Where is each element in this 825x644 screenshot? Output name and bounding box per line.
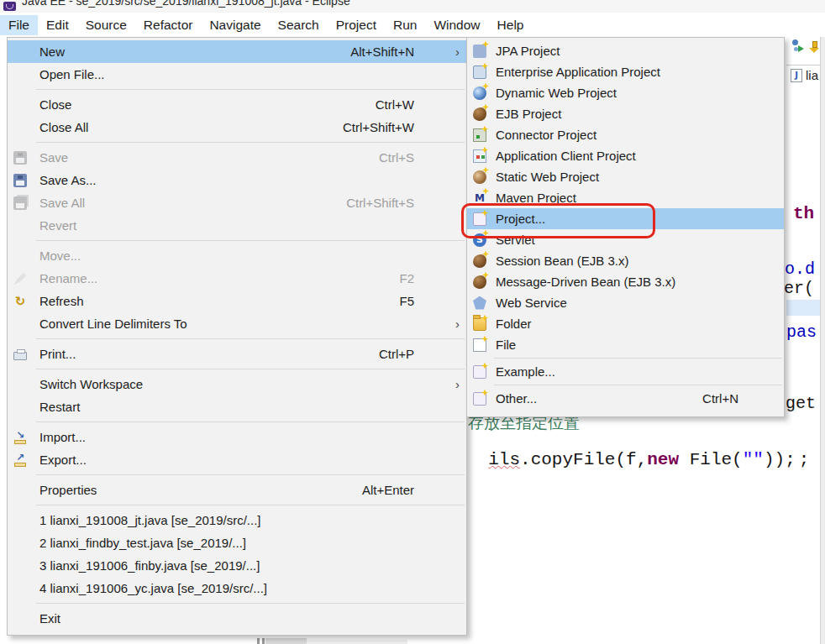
servlet-icon: S <box>473 233 486 247</box>
menu-separator <box>36 142 465 143</box>
submenu-item-label: File <box>496 338 738 352</box>
submenu-item-label: Project... <box>496 212 738 226</box>
submenu-item-static-web-project[interactable]: Static Web Project <box>467 166 784 187</box>
menu-item-refresh[interactable]: ↻ Refresh F5 <box>8 290 466 312</box>
code-fragment-od: o.d <box>785 259 815 279</box>
menu-item-close-all[interactable]: Close All Ctrl+Shift+W <box>8 116 466 139</box>
submenu-item-label: Web Service <box>496 296 738 310</box>
menubar-item-edit[interactable]: Edit <box>38 15 77 35</box>
submenu-item-file[interactable]: File <box>467 334 784 355</box>
menubar-item-file[interactable]: File <box>0 15 38 35</box>
menu-item-move: Move... <box>8 244 466 267</box>
menu-item-shortcut: F2 <box>399 271 414 285</box>
editor-scrollbar-strip[interactable] <box>820 37 825 644</box>
menubar-item-run[interactable]: Run <box>385 15 425 35</box>
submenu-item-connector-project[interactable]: Connector Project <box>467 124 784 145</box>
maven-icon: M <box>473 191 486 205</box>
menu-item-recent-file-1[interactable]: 1 lianxi_191008_jt.java [se_2019/src/...… <box>8 509 466 531</box>
menu-item-export[interactable]: ↗ Export... <box>8 448 466 471</box>
java-file-icon: J <box>791 69 802 82</box>
menu-item-properties[interactable]: Properties Alt+Enter <box>8 479 466 501</box>
submenu-item-ejb-project[interactable]: EJB Project <box>467 103 784 124</box>
printer-icon <box>13 352 27 360</box>
submenu-item-dynamic-web-project[interactable]: Dynamic Web Project <box>467 82 784 103</box>
code-editor-line[interactable]: ils.copyFile(f,new File("")); <box>467 431 796 469</box>
menu-item-recent-file-3[interactable]: 3 lianxi_191006_finby.java [se_2019/...] <box>8 554 466 577</box>
example-icon <box>473 365 486 379</box>
menubar-item-navigate[interactable]: Navigate <box>201 15 269 35</box>
menubar-item-search[interactable]: Search <box>270 15 328 35</box>
submenu-item-maven-project[interactable]: M Maven Project <box>467 187 784 208</box>
submenu-item-folder[interactable]: Folder <box>467 313 784 334</box>
title-bar: Java EE - se_2019/src/se_2019/lianxi_191… <box>0 0 825 13</box>
submenu-item-project[interactable]: Project... <box>467 208 784 229</box>
person-green-arrow-icon[interactable] <box>791 39 804 53</box>
menubar-item-source[interactable]: Source <box>77 15 135 35</box>
new-submenu: JPA Project Enterprise Application Proje… <box>466 37 785 417</box>
menubar-item-help[interactable]: Help <box>489 15 533 35</box>
submenu-item-other[interactable]: Other... Ctrl+N <box>467 388 784 409</box>
menu-item-exit[interactable]: Exit <box>8 607 466 630</box>
menu-item-open-file[interactable]: Open File... <box>8 63 466 86</box>
menu-item-label: 1 lianxi_191008_jt.java [se_2019/src/...… <box>39 513 414 527</box>
menu-item-save-as[interactable]: Save As... <box>8 169 466 191</box>
menu-item-label: Save All <box>39 196 346 210</box>
submenu-item-label: Other... <box>496 391 702 406</box>
menu-item-label: Import... <box>39 430 414 444</box>
app-client-icon <box>473 149 486 163</box>
panel-edge-fragment <box>265 638 307 644</box>
menu-item-label: Save <box>39 150 379 165</box>
menu-item-label: Save As... <box>39 173 414 187</box>
menubar-item-project[interactable]: Project <box>328 15 385 35</box>
menu-item-print[interactable]: Print... Ctrl+P <box>8 343 466 365</box>
submenu-item-label: Folder <box>496 317 738 331</box>
submenu-item-application-client-project[interactable]: Application Client Project <box>467 145 784 166</box>
menu-item-save: Save Ctrl+S <box>8 146 466 169</box>
submenu-item-label: JPA Project <box>496 44 738 58</box>
menu-item-recent-file-2[interactable]: 2 lianxi_findby_test.java [se_2019/...] <box>8 531 466 554</box>
code-keyword-new: new <box>647 450 679 469</box>
ejb-icon <box>473 107 486 121</box>
menu-item-shortcut: Ctrl+W <box>376 97 414 112</box>
menu-item-shortcut: Alt+Shift+N <box>350 45 414 59</box>
submenu-item-servlet[interactable]: S Servlet <box>467 229 784 250</box>
menu-item-shortcut: F5 <box>399 294 414 308</box>
menu-item-import[interactable]: ↘ Import... <box>8 426 466 448</box>
menubar-item-window[interactable]: Window <box>425 15 488 35</box>
web-service-icon <box>473 296 486 310</box>
static-web-icon <box>473 170 486 184</box>
code-fragment-er: er( <box>784 279 814 298</box>
menu-separator <box>494 385 782 385</box>
submenu-item-label: Connector Project <box>496 128 738 142</box>
folder-icon <box>473 317 486 331</box>
menu-separator <box>36 240 465 241</box>
submenu-item-label: Static Web Project <box>496 170 738 184</box>
menubar-item-refactor[interactable]: Refactor <box>135 15 202 35</box>
submenu-item-session-bean[interactable]: Session Bean (EJB 3.x) <box>467 250 784 271</box>
submenu-item-enterprise-application-project[interactable]: Enterprise Application Project <box>467 61 784 82</box>
submenu-item-jpa-project[interactable]: JPA Project <box>467 40 784 61</box>
refresh-icon: ↻ <box>13 295 27 308</box>
submenu-item-message-driven-bean[interactable]: Message-Driven Bean (EJB 3.x) <box>467 271 784 292</box>
submenu-item-web-service[interactable]: Web Service <box>467 292 784 313</box>
menu-item-switch-workspace[interactable]: Switch Workspace › <box>8 373 466 395</box>
splitter-grip[interactable] <box>257 638 265 644</box>
submenu-item-example[interactable]: Example... <box>467 361 784 382</box>
menu-item-label: Convert Line Delimiters To <box>39 317 414 331</box>
submenu-item-label: Dynamic Web Project <box>496 86 738 100</box>
editor-tab-label: lia <box>806 68 818 82</box>
code-fragment-get: get <box>786 394 816 413</box>
menu-item-new[interactable]: New Alt+Shift+N › <box>8 40 466 63</box>
message-bean-icon <box>473 275 486 289</box>
menu-item-label: Revert <box>39 218 414 233</box>
yellow-down-arrow-icon[interactable] <box>808 40 821 54</box>
menu-item-convert-line-delimiters[interactable]: Convert Line Delimiters To › <box>8 312 466 335</box>
menu-item-close[interactable]: Close Ctrl+W <box>8 93 466 116</box>
editor-tab[interactable]: J lia <box>791 68 818 82</box>
menu-separator <box>494 358 782 359</box>
menu-item-restart[interactable]: Restart <box>8 395 466 418</box>
menu-item-shortcut: Ctrl+S <box>379 150 414 165</box>
export-icon: ↗ <box>13 453 27 467</box>
menu-item-recent-file-4[interactable]: 4 lianxi_191006_yc.java [se_2019/src/...… <box>8 577 466 599</box>
pencil-icon <box>13 272 27 285</box>
